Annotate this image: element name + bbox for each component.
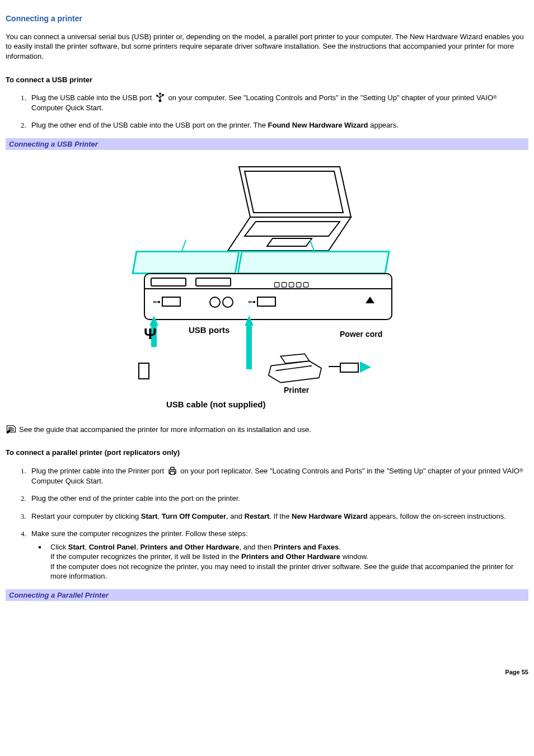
plug-arrow — [360, 361, 371, 373]
callout-right — [237, 251, 390, 274]
parallel-subheading: To connect a parallel printer (port repl… — [6, 448, 528, 458]
registered-mark-2: ® — [519, 468, 523, 473]
power-cord-label: Power cord — [340, 329, 382, 340]
parallel-step-2: Plug the other end of the printer cable … — [28, 494, 528, 504]
usb-ports-label: USB ports — [189, 325, 229, 336]
b-b3: Printers and Other Hardware — [140, 543, 239, 551]
parallel-step-1: Plug the printer cable into the Printer … — [28, 466, 528, 486]
parallel-figure-caption: Connecting a Parallel Printer — [6, 589, 528, 602]
parallel-steps: Plug the printer cable into the Printer … — [6, 466, 528, 581]
section-heading: Connecting a printer — [6, 13, 528, 24]
b-l3: If the computer does not recognize the p… — [50, 562, 513, 581]
svg-point-2 — [160, 93, 161, 94]
usb-steps: Plug the USB cable into the USB port on … — [6, 92, 528, 130]
plug-illustration — [340, 363, 359, 373]
parallel-step-4: Make sure the computer recognizes the pr… — [28, 529, 528, 581]
svg-rect-14 — [171, 467, 174, 470]
note-text: See the guide that accompanied the print… — [19, 425, 311, 434]
svg-marker-9 — [267, 238, 312, 246]
p3-b4: New Hardware Wizard — [292, 512, 368, 520]
note-icon — [6, 424, 17, 433]
usb-stem-2 — [246, 325, 252, 369]
registered-mark: ® — [493, 95, 497, 100]
page-footer: Page 55 — [6, 668, 528, 677]
p3-s3: . If the — [269, 512, 292, 520]
b-a: Click — [50, 543, 68, 551]
svg-marker-10 — [269, 361, 321, 383]
parallel-step-1-text-b: on your port replicator. See "Locating C… — [179, 467, 519, 475]
usb-figure: ▢▢▢▢▢ ⊶ ⊶ Ψ USB ports Printer Power cord… — [127, 156, 407, 413]
p3-b2: Turn Off Computer — [162, 512, 226, 520]
svg-marker-6 — [245, 171, 343, 213]
p3-b1: Start — [141, 512, 158, 520]
usb-step-2-text-b: appears. — [368, 121, 399, 129]
p3-b3: Restart — [245, 512, 270, 520]
b-s4: . — [339, 543, 341, 551]
note-line: See the guide that accompanied the print… — [6, 424, 528, 434]
svg-rect-4 — [162, 95, 163, 96]
printer-illustration — [261, 351, 329, 385]
p3-s1: , — [157, 512, 161, 520]
usb-step-2-text-a: Plug the other end of the USB cable into… — [31, 121, 268, 129]
printer-label: Printer — [284, 385, 309, 396]
parallel-step-1-text-c: Computer Quick Start. — [31, 477, 104, 485]
usb-port-icon — [155, 92, 165, 102]
usb-step-1-text-a: Plug the USB cable into the USB port — [31, 93, 154, 102]
b-s3: , and then — [239, 543, 273, 551]
callout-left — [132, 251, 240, 274]
b-l2a: If the computer recognizes the printer, … — [50, 552, 241, 561]
b-l2b: Printers and Other Hardware — [241, 552, 340, 561]
b-s1: , — [85, 543, 88, 551]
usb-connector — [138, 363, 149, 379]
laptop-illustration — [217, 161, 362, 256]
svg-rect-15 — [170, 472, 175, 475]
dock-illustration: ▢▢▢▢▢ ⊶ ⊶ — [144, 273, 392, 320]
usb-step-1: Plug the USB cable into the USB port on … — [28, 92, 528, 112]
printer-port-icon — [167, 466, 177, 476]
b-b4: Printers and Faxes — [274, 543, 339, 551]
b-b2: Control Panel — [89, 543, 137, 551]
p3-c: appears, follow the on-screen instructio… — [368, 512, 506, 520]
b-l2c: window. — [340, 552, 368, 561]
intro-paragraph: You can connect a universal serial bus (… — [6, 32, 528, 62]
usb-step-2: Plug the other end of the USB cable into… — [28, 120, 528, 130]
cord-line — [329, 366, 340, 367]
usb-glyph: Ψ — [144, 323, 157, 345]
svg-marker-8 — [245, 222, 340, 236]
p3-a: Restart your computer by clicking — [31, 512, 141, 520]
p3-s2: , and — [226, 512, 245, 520]
usb-step-2-bold: Found New Hardware Wizard — [268, 121, 368, 129]
b-b1: Start — [68, 543, 85, 551]
usb-step-1-text-c: Computer Quick Start. — [31, 104, 104, 112]
usb-figure-caption: Connecting a USB Printer — [6, 138, 528, 151]
parallel-step-1-text-a: Plug the printer cable into the Printer … — [31, 467, 166, 475]
parallel-step-4-bullets: Click Start, Control Panel, Printers and… — [31, 542, 528, 581]
p4-text: Make sure the computer recognizes the pr… — [31, 529, 248, 538]
usb-cable-label: USB cable (not supplied) — [166, 399, 266, 410]
svg-point-3 — [157, 95, 158, 96]
usb-step-1-text-b: on your computer. See "Locating Controls… — [166, 93, 493, 102]
usb-subheading: To connect a USB printer — [6, 75, 528, 85]
parallel-step-3: Restart your computer by clicking Start,… — [28, 511, 528, 522]
parallel-step-4-bullet: Click Start, Control Panel, Printers and… — [47, 542, 528, 581]
